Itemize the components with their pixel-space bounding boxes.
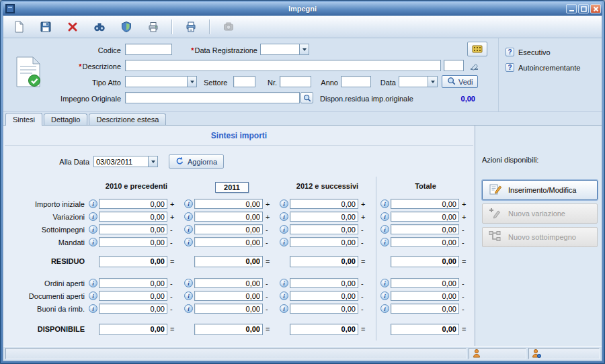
- amount-field[interactable]: [391, 237, 459, 247]
- amount-field[interactable]: [391, 291, 459, 301]
- tipo-atto-input[interactable]: [125, 76, 187, 87]
- info-icon[interactable]: i: [380, 212, 389, 221]
- info-icon[interactable]: i: [380, 199, 389, 208]
- settore-input[interactable]: [233, 76, 255, 87]
- info-icon[interactable]: i: [380, 279, 389, 287]
- info-icon[interactable]: i: [89, 212, 97, 221]
- amount-field[interactable]: [391, 224, 459, 234]
- alla-data-input[interactable]: [93, 156, 148, 167]
- data-input[interactable]: [399, 76, 428, 87]
- info-icon[interactable]: i: [280, 199, 288, 208]
- info-icon[interactable]: i: [184, 225, 193, 234]
- amount-field[interactable]: [194, 224, 263, 234]
- chevron-down-icon[interactable]: [299, 44, 309, 55]
- amount-field[interactable]: [194, 278, 263, 288]
- info-icon[interactable]: i: [184, 279, 193, 287]
- amount-field[interactable]: [194, 199, 263, 209]
- maximize-button[interactable]: [578, 4, 589, 13]
- amount-field[interactable]: [290, 324, 358, 335]
- tab-descrizione-estesa[interactable]: Descrizione estesa: [89, 113, 166, 125]
- amount-field[interactable]: [290, 224, 358, 234]
- impegno-originale-input[interactable]: [125, 92, 300, 103]
- info-icon[interactable]: i: [280, 304, 288, 313]
- minimize-button[interactable]: [566, 4, 577, 13]
- info-icon[interactable]: i: [280, 238, 288, 246]
- new-document-button[interactable]: [10, 18, 28, 36]
- amount-field[interactable]: [391, 256, 459, 267]
- amount-field[interactable]: [290, 199, 358, 209]
- descrizione-input[interactable]: [125, 60, 441, 71]
- amount-field[interactable]: [99, 324, 167, 335]
- amount-field[interactable]: [99, 278, 167, 288]
- amount-field[interactable]: [290, 278, 358, 288]
- amount-field[interactable]: [99, 212, 167, 222]
- amount-field[interactable]: [290, 237, 358, 247]
- verify-shield-button[interactable]: [118, 18, 135, 36]
- close-button[interactable]: [590, 4, 601, 13]
- save-button[interactable]: [37, 18, 54, 36]
- amount-field[interactable]: [99, 304, 167, 314]
- keypad-button[interactable]: [467, 42, 487, 56]
- codice-input[interactable]: [125, 44, 172, 55]
- amount-field[interactable]: [391, 212, 459, 222]
- help-icon[interactable]: ?: [506, 48, 514, 56]
- amount-field[interactable]: [290, 304, 358, 314]
- vedi-button[interactable]: Vedi: [442, 75, 478, 88]
- amount-field[interactable]: [290, 212, 358, 222]
- amount-field[interactable]: [290, 256, 358, 267]
- info-icon[interactable]: i: [89, 291, 97, 300]
- amount-field[interactable]: [194, 304, 263, 314]
- help-icon[interactable]: ?: [506, 63, 514, 72]
- amount-field[interactable]: [391, 199, 459, 209]
- info-icon[interactable]: i: [89, 304, 97, 313]
- print-button[interactable]: [145, 18, 162, 36]
- print-preview-button[interactable]: [182, 18, 200, 36]
- info-icon[interactable]: i: [380, 291, 389, 300]
- info-icon[interactable]: i: [184, 304, 193, 313]
- tab-sintesi[interactable]: Sintesi: [5, 113, 42, 126]
- impegno-originale-search-icon[interactable]: [300, 92, 313, 103]
- amount-field[interactable]: [194, 256, 263, 267]
- amount-field[interactable]: [99, 224, 167, 234]
- amount-field[interactable]: [290, 291, 358, 301]
- nr-input[interactable]: [280, 76, 311, 87]
- chevron-down-icon[interactable]: [428, 76, 438, 87]
- descrizione-extra-input[interactable]: [444, 60, 464, 71]
- chevron-down-icon[interactable]: [148, 156, 158, 167]
- tab-dettaglio[interactable]: Dettaglio: [44, 113, 87, 125]
- inserimento-modifica-button[interactable]: Inserimento/Modifica: [482, 180, 598, 200]
- amount-field[interactable]: [391, 304, 459, 314]
- info-icon[interactable]: i: [184, 291, 193, 300]
- info-icon[interactable]: i: [280, 212, 288, 221]
- info-icon[interactable]: i: [89, 238, 97, 246]
- amount-field[interactable]: [99, 256, 167, 267]
- info-icon[interactable]: i: [89, 199, 97, 208]
- info-icon[interactable]: i: [280, 279, 288, 287]
- info-icon[interactable]: i: [184, 199, 193, 208]
- info-icon[interactable]: i: [280, 291, 288, 300]
- amount-field[interactable]: [194, 291, 263, 301]
- info-icon[interactable]: i: [89, 225, 97, 234]
- info-icon[interactable]: i: [184, 212, 193, 221]
- search-button[interactable]: [91, 18, 108, 36]
- amount-field[interactable]: [99, 237, 167, 247]
- info-icon[interactable]: i: [380, 304, 389, 313]
- info-icon[interactable]: i: [380, 225, 389, 234]
- amount-field[interactable]: [99, 199, 167, 209]
- chevron-down-icon[interactable]: [187, 76, 197, 87]
- amount-field[interactable]: [194, 212, 263, 222]
- data-registrazione-input[interactable]: [260, 44, 299, 55]
- info-icon[interactable]: i: [184, 238, 193, 246]
- eraser-icon[interactable]: [467, 60, 481, 72]
- aggiorna-button[interactable]: Aggiorna: [169, 154, 224, 169]
- amount-field[interactable]: [391, 278, 459, 288]
- amount-field[interactable]: [391, 324, 459, 335]
- info-icon[interactable]: i: [380, 238, 389, 246]
- info-icon[interactable]: i: [89, 279, 97, 287]
- anno-input[interactable]: [341, 76, 371, 87]
- amount-field[interactable]: [194, 324, 263, 335]
- info-icon[interactable]: i: [280, 225, 288, 234]
- amount-field[interactable]: [194, 237, 263, 247]
- amount-field[interactable]: [99, 291, 167, 301]
- delete-button[interactable]: [64, 18, 81, 36]
